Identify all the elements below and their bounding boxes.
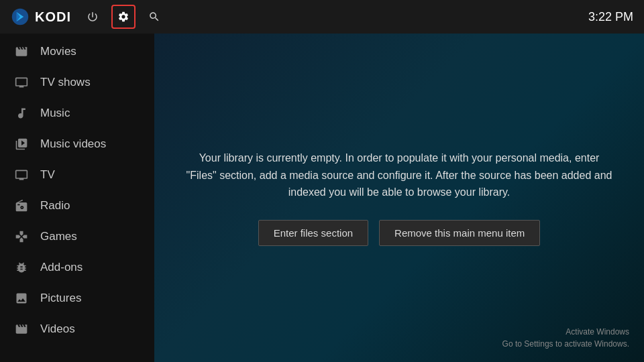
enter-files-button[interactable]: Enter files section	[258, 220, 368, 246]
videos-label: Videos	[40, 322, 75, 336]
tv-icon	[13, 167, 30, 183]
radio-label: Radio	[40, 199, 70, 213]
musicvideos-icon	[13, 136, 30, 152]
games-label: Games	[40, 230, 77, 243]
sidebar: Movies TV shows Music	[0, 34, 154, 362]
movies-label: Movies	[40, 45, 76, 58]
pictures-icon	[13, 290, 30, 306]
tvshows-label: TV shows	[40, 76, 91, 89]
search-icon	[148, 11, 160, 23]
top-bar-left: KODI	[11, 5, 166, 29]
activate-windows-line1: Activate Windows	[502, 326, 629, 338]
sidebar-item-videos[interactable]: Videos	[0, 314, 154, 345]
musicvideos-label: Music videos	[40, 137, 106, 151]
clock: 3:22 PM	[588, 10, 633, 24]
addons-label: Add-ons	[40, 261, 83, 274]
sidebar-item-musicvideos[interactable]: Music videos	[0, 129, 154, 160]
games-icon	[13, 229, 30, 245]
sidebar-item-pictures[interactable]: Pictures	[0, 283, 154, 314]
sidebar-item-tv[interactable]: TV	[0, 160, 154, 190]
top-bar-icons	[80, 5, 166, 29]
tvshows-icon	[13, 74, 30, 90]
sidebar-item-movies[interactable]: Movies	[0, 36, 154, 67]
music-label: Music	[40, 107, 70, 120]
kodi-logo: KODI	[11, 7, 71, 26]
addons-icon	[13, 259, 30, 276]
videos-icon	[13, 321, 30, 337]
app-title: KODI	[35, 9, 71, 25]
power-icon	[87, 11, 99, 23]
activate-windows-watermark: Activate Windows Go to Settings to activ…	[502, 326, 629, 350]
sidebar-item-games[interactable]: Games	[0, 221, 154, 252]
settings-icon	[117, 11, 129, 23]
main-content: Your library is currently empty. In orde…	[154, 34, 644, 362]
power-button[interactable]	[80, 5, 105, 29]
sidebar-item-addons[interactable]: Add-ons	[0, 252, 154, 283]
movies-icon	[13, 44, 30, 60]
radio-icon	[13, 198, 30, 214]
action-buttons: Enter files section Remove this main men…	[258, 220, 541, 246]
empty-library-message: Your library is currently empty. In orde…	[184, 149, 614, 201]
kodi-icon	[11, 7, 30, 26]
search-button[interactable]	[142, 5, 166, 29]
main-layout: Movies TV shows Music	[0, 34, 644, 362]
pictures-label: Pictures	[40, 292, 81, 305]
sidebar-item-music[interactable]: Music	[0, 98, 154, 129]
activate-windows-line2: Go to Settings to activate Windows.	[502, 338, 629, 350]
settings-button[interactable]	[111, 5, 136, 29]
sidebar-item-radio[interactable]: Radio	[0, 190, 154, 221]
top-bar: KODI 3:22 PM	[0, 0, 644, 34]
sidebar-item-tvshows[interactable]: TV shows	[0, 67, 154, 98]
music-icon	[13, 105, 30, 121]
tv-label: TV	[40, 168, 55, 182]
remove-menu-item-button[interactable]: Remove this main menu item	[379, 220, 540, 246]
